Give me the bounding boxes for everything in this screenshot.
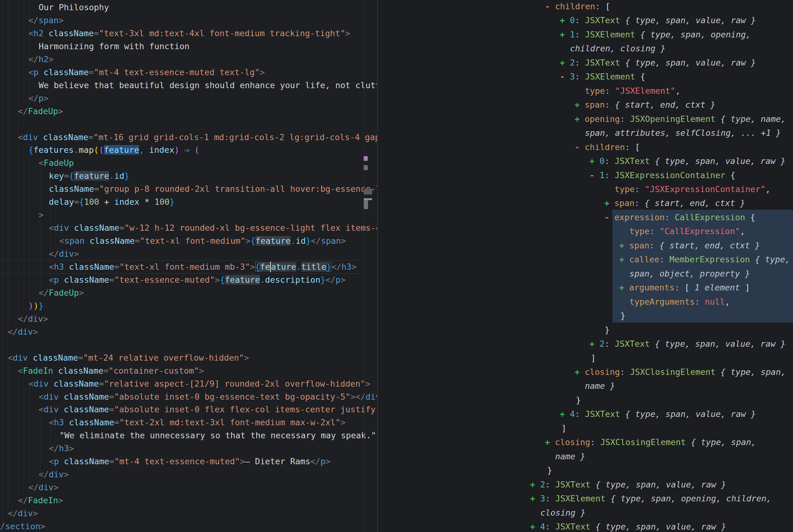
code-line[interactable]: </FadeIn> — [18, 494, 63, 507]
ast-line[interactable]: type: "JSXExpressionContainer", — [615, 182, 770, 196]
code-line[interactable]: ))} — [28, 299, 44, 312]
code-line[interactable]: <div className="mt-16 grid grid-cols-1 m… — [18, 131, 377, 144]
code-line[interactable]: </FadeUp> — [39, 286, 84, 299]
code-line[interactable]: {features.map((feature, index) ⇒ ( — [28, 144, 199, 156]
expand-node-icon[interactable]: + — [530, 480, 540, 489]
code-line[interactable]: </h3> — [49, 442, 74, 455]
code-line[interactable]: <p className="mt-4 text-essence-muted te… — [28, 66, 265, 79]
ast-line[interactable]: - children: [ — [575, 140, 640, 154]
expand-node-icon[interactable]: + — [560, 58, 570, 68]
ast-line[interactable]: type: "CallExpression", — [630, 224, 745, 238]
expand-node-icon[interactable]: + — [560, 16, 570, 25]
code-line[interactable]: </p> — [28, 92, 49, 105]
code-line[interactable]: </div> — [49, 247, 79, 261]
expand-node-icon[interactable]: + — [560, 409, 570, 419]
collapse-node-icon[interactable]: - — [575, 142, 585, 152]
code-line[interactable]: <h2 className="text-3xl md:text-4xl font… — [28, 27, 350, 40]
ast-line[interactable]: } — [576, 393, 581, 407]
expand-node-icon[interactable]: + — [545, 437, 555, 447]
collapse-node-icon[interactable]: - — [604, 212, 615, 222]
ast-line[interactable]: + 1: JSXElement { type, span, opening, — [560, 27, 751, 41]
code-line[interactable]: <p className="text-essence-muted">{featu… — [49, 273, 346, 286]
expand-node-icon[interactable]: + — [589, 156, 600, 166]
ast-line[interactable]: + closing: JSXClosingElement { type, spa… — [545, 435, 756, 449]
code-line[interactable]: </section> — [0, 520, 45, 532]
code-line[interactable]: <div className="absolute inset-0 flex fl… — [39, 403, 377, 416]
collapse-node-icon[interactable]: - — [545, 2, 555, 11]
code-line[interactable]: </div> — [28, 481, 59, 494]
ast-line[interactable]: - 1: JSXExpressionContainer { — [589, 168, 735, 182]
code-line[interactable]: <FadeUp — [39, 156, 74, 170]
code-line[interactable]: className="group p-8 rounded-2xl transit… — [49, 183, 377, 195]
code-line[interactable]: </div> — [39, 468, 69, 481]
code-line[interactable]: <div className="w-12 h-12 rounded-xl bg-… — [49, 222, 377, 234]
ast-line[interactable]: closing } — [540, 506, 585, 520]
ast-line[interactable]: } — [620, 309, 625, 323]
ast-line[interactable]: } — [547, 463, 552, 477]
code-line[interactable]: </div> — [8, 507, 38, 520]
ast-line[interactable]: + 4: JSXText { type, span, value, raw } — [530, 520, 726, 532]
code-line[interactable]: We believe that beautiful design should … — [39, 79, 377, 92]
ast-line[interactable]: + 2: JSXText { type, span, value, raw } — [589, 337, 786, 351]
code-line[interactable]: <div className="mt-24 relative overflow-… — [8, 352, 249, 364]
ast-line[interactable]: name } — [585, 379, 615, 393]
expand-node-icon[interactable]: + — [530, 522, 540, 531]
ast-line[interactable]: + span: { start, end, ctxt } — [575, 98, 715, 112]
code-line[interactable]: "We eliminate the unnecessary so that th… — [59, 429, 376, 442]
code-line[interactable]: <p className="mt-4 text-essence-muted">—… — [49, 455, 330, 468]
ast-line[interactable]: + closing: JSXClosingElement { type, spa… — [575, 365, 786, 379]
code-line[interactable]: <div className="relative aspect-[21/9] r… — [28, 377, 370, 390]
ast-line[interactable]: + callee: MemberExpression { type, — [619, 252, 790, 266]
expand-node-icon[interactable]: + — [589, 339, 600, 348]
ast-line[interactable]: typeArguments: null, — [630, 295, 730, 309]
code-line[interactable]: <div className="absolute inset-0 bg-esse… — [39, 390, 377, 403]
ast-line[interactable]: type: "JSXElement", — [585, 84, 680, 98]
expand-node-icon[interactable]: + — [575, 100, 585, 110]
code-line[interactable]: <h3 className="text-xl font-medium mb-3"… — [49, 261, 356, 273]
ast-line[interactable]: + 4: JSXText { type, span, value, raw } — [560, 407, 756, 421]
ast-line[interactable]: + span: { start, end, ctxt } — [604, 196, 745, 210]
expand-node-icon[interactable]: + — [530, 494, 540, 503]
ast-line[interactable]: ] — [561, 421, 566, 435]
expand-node-icon[interactable]: + — [575, 114, 585, 124]
code-area[interactable]: Our Philosophy</span><h2 className="text… — [0, 0, 377, 532]
ast-line[interactable]: span, object, property } — [630, 267, 750, 281]
collapse-node-icon[interactable]: - — [589, 170, 600, 180]
ast-line[interactable]: name } — [555, 450, 585, 463]
ast-line[interactable]: + 3: JSXElement { type, span, opening, c… — [530, 492, 771, 506]
code-line[interactable]: </h2> — [28, 53, 54, 66]
code-line[interactable]: delay={100 + index * 100} — [49, 195, 174, 208]
ast-line[interactable]: + arguments: [ 1 element ] — [619, 281, 750, 294]
expand-node-icon[interactable]: + — [619, 254, 630, 264]
code-line[interactable]: Our Philosophy — [39, 1, 109, 14]
code-line[interactable]: </div> — [8, 325, 38, 338]
code-line[interactable]: </FadeUp> — [18, 105, 63, 118]
ast-line[interactable]: span, attributes, selfClosing, ... +1 } — [585, 126, 781, 140]
ast-line[interactable]: + span: { start, end, ctxt } — [619, 239, 760, 252]
ast-line[interactable]: - children: [ — [545, 0, 610, 13]
ast-line[interactable]: + 0: JSXText { type, span, value, raw } — [560, 13, 756, 27]
code-line[interactable]: </div> — [18, 312, 48, 325]
ast-tree-pane[interactable]: - children: [+ 0: JSXText { type, span, … — [378, 0, 793, 532]
code-line[interactable]: <FadeIn className="container-custom"> — [18, 364, 204, 377]
ast-line[interactable]: + opening: JSXOpeningElement { type, nam… — [575, 112, 786, 126]
ast-line[interactable]: + 0: JSXText { type, span, value, raw } — [589, 154, 786, 168]
expand-node-icon[interactable]: + — [604, 198, 615, 208]
expand-node-icon[interactable]: + — [575, 367, 585, 377]
code-line[interactable]: </span> — [28, 14, 64, 27]
code-line[interactable]: <span className="text-xl font-medium">{f… — [59, 234, 346, 247]
collapse-node-icon[interactable]: - — [560, 72, 570, 81]
expand-node-icon[interactable]: + — [560, 30, 570, 39]
code-line[interactable]: key={feature.id} — [49, 170, 129, 183]
ast-line[interactable]: ] — [591, 351, 596, 365]
ast-line[interactable]: - expression: CallExpression { — [604, 210, 755, 224]
code-editor-pane[interactable]: Our Philosophy</span><h2 className="text… — [0, 0, 377, 532]
ast-line[interactable]: - 3: JSXElement { — [560, 70, 645, 83]
code-line[interactable]: Harmonizing form with function — [39, 40, 190, 53]
ast-line[interactable]: + 2: JSXText { type, span, value, raw } — [530, 478, 726, 492]
code-line[interactable]: <h3 className="text-2xl md:text-3xl font… — [49, 416, 346, 429]
expand-node-icon[interactable]: + — [619, 241, 630, 250]
ast-line[interactable]: + 2: JSXText { type, span, value, raw } — [560, 56, 756, 70]
expand-node-icon[interactable]: + — [619, 283, 630, 292]
ast-line[interactable]: } — [605, 323, 610, 337]
